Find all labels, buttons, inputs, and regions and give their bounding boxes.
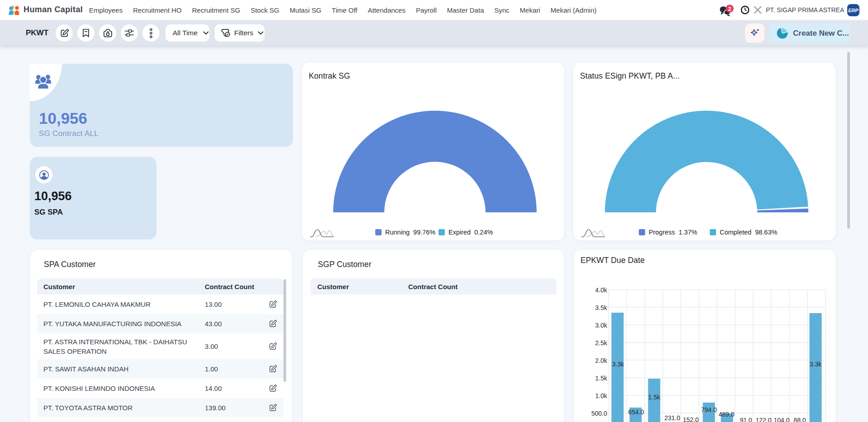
svg-text:2: 2 (728, 5, 731, 12)
svg-text:ERP: ERP (848, 8, 859, 13)
